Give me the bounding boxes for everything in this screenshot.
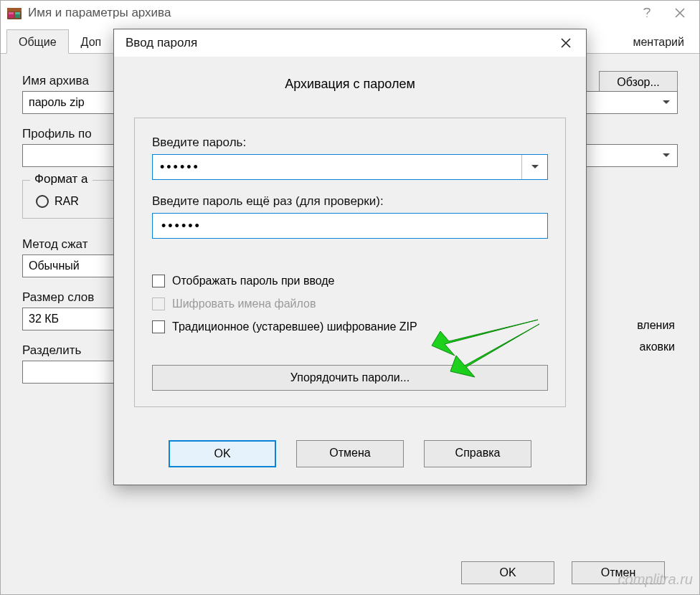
- dialog-titlebar: Ввод пароля: [114, 29, 586, 57]
- password-group: Введите пароль: Введите пароль ещё раз (…: [134, 118, 566, 407]
- side-text-1: вления: [637, 319, 675, 332]
- password-dropdown-button[interactable]: [521, 155, 547, 179]
- password-input-combo[interactable]: [152, 154, 548, 180]
- help-button[interactable]: [630, 1, 663, 25]
- checkbox-icon: [152, 275, 165, 287]
- confirm-password-input[interactable]: [160, 218, 540, 234]
- confirm-password-wrapper[interactable]: [152, 213, 548, 239]
- dialog-cancel-button[interactable]: Отмена: [296, 440, 404, 467]
- show-password-label: Отображать пароль при вводе: [172, 275, 334, 287]
- encrypt-names-label: Шифровать имена файлов: [172, 298, 316, 310]
- svg-rect-4: [9, 12, 14, 14]
- parent-close-button[interactable]: [663, 1, 696, 25]
- dialog-ok-button[interactable]: OK: [169, 440, 276, 467]
- format-rar-radio[interactable]: RAR: [36, 195, 123, 208]
- svg-rect-5: [15, 12, 20, 14]
- dialog-body: Архивация с паролем Введите пароль: Введ…: [114, 57, 586, 485]
- show-password-checkbox-row[interactable]: Отображать пароль при вводе: [152, 275, 548, 287]
- password-dialog: Ввод пароля Архивация с паролем Введите …: [113, 29, 587, 485]
- legacy-zip-label: Традиционное (устаревшее) шифрование ZIP: [172, 320, 417, 333]
- side-text-2: аковки: [640, 341, 675, 353]
- dialog-footer: OK Отмена Справка: [134, 440, 566, 467]
- organize-passwords-button[interactable]: Упорядочить пароли...: [152, 365, 548, 391]
- confirm-password-label: Введите пароль ещё раз (для проверки):: [152, 194, 548, 209]
- encrypt-names-checkbox-row: Шифровать имена файлов: [152, 298, 548, 310]
- enter-password-label: Введите пароль:: [152, 135, 548, 150]
- watermark: complitra.ru: [618, 571, 693, 588]
- method-value: Обычный: [29, 260, 80, 272]
- archive-name-value: пароль zip: [29, 96, 85, 109]
- tab-general[interactable]: Общие: [6, 29, 69, 54]
- parent-window-title: Имя и параметры архива: [28, 6, 630, 20]
- tab-advanced[interactable]: Доп: [69, 29, 114, 53]
- password-input[interactable]: [153, 160, 521, 175]
- dialog-title: Ввод пароля: [126, 36, 550, 50]
- checkbox-icon: [152, 298, 165, 310]
- dict-value: 32 КБ: [29, 313, 59, 325]
- radio-icon: [36, 195, 49, 208]
- tab-comment[interactable]: ментарий: [620, 29, 696, 53]
- dialog-close-button[interactable]: [550, 29, 582, 57]
- app-icon: [6, 5, 22, 21]
- dialog-heading: Архивация с паролем: [134, 77, 566, 92]
- dialog-help-button[interactable]: Справка: [424, 440, 531, 467]
- legacy-zip-checkbox-row[interactable]: Традиционное (устаревшее) шифрование ZIP: [152, 320, 548, 333]
- parent-ok-button[interactable]: OK: [461, 561, 554, 584]
- format-group-legend: Формат а: [30, 172, 93, 186]
- format-rar-label: RAR: [55, 195, 79, 208]
- checkbox-icon: [152, 320, 165, 333]
- svg-rect-1: [7, 8, 22, 11]
- parent-titlebar: Имя и параметры архива: [1, 1, 699, 25]
